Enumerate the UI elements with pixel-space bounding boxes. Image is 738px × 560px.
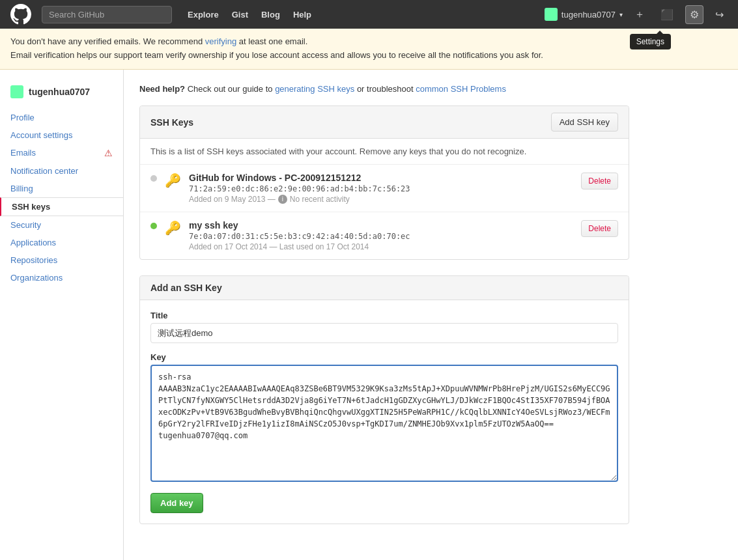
sidebar-nav: Profile Account settings Emails ⚠ Notifi… xyxy=(0,109,123,287)
warning-text-after: at least one email. xyxy=(236,36,307,46)
sidebar-item-applications: Applications xyxy=(0,234,123,251)
info-icon: i xyxy=(278,195,287,204)
avatar xyxy=(545,8,558,21)
ssh-keys-section: SSH Keys Add SSH key This is a list of S… xyxy=(139,105,629,260)
title-input[interactable] xyxy=(150,323,618,343)
nav-help[interactable]: Help xyxy=(293,10,311,20)
sidebar-item-notification-center: Notification center xyxy=(0,162,123,180)
settings-button[interactable]: ⚙ xyxy=(685,5,703,24)
settings-tooltip: Settings xyxy=(630,34,671,49)
key-details: my ssh key 7e:0a:07:d0:31:c5:5e:b3:c9:42… xyxy=(189,220,573,251)
header-right: tugenhua0707 ▾ ＋ ⬛ ⚙ Settings ↪ xyxy=(545,5,728,24)
sidebar-link-security[interactable]: Security xyxy=(0,216,123,234)
add-ssh-key-button[interactable]: Add SSH key xyxy=(551,113,618,132)
key-form-group: Key xyxy=(150,352,618,484)
key-icon: 🔑 xyxy=(165,173,181,188)
key-icon: 🔑 xyxy=(165,220,181,236)
help-text: Need help? Check out our guide to genera… xyxy=(139,83,629,96)
sidebar-item-emails: Emails ⚠ xyxy=(0,144,123,162)
key-name: my ssh key xyxy=(189,220,573,231)
sidebar-avatar xyxy=(10,85,23,98)
delete-key-button[interactable]: Delete xyxy=(581,220,618,237)
add-ssh-key-section: Add an SSH Key Title Key Add key xyxy=(139,275,629,524)
ssh-keys-description: This is a list of SSH keys associated wi… xyxy=(140,139,629,165)
nav-explore[interactable]: Explore xyxy=(188,10,219,20)
sidebar-link-notification-center[interactable]: Notification center xyxy=(0,162,123,180)
search-input[interactable] xyxy=(42,6,172,23)
header: Explore Gist Blog Help tugenhua0707 ▾ ＋ … xyxy=(0,0,738,29)
sidebar-link-repositories[interactable]: Repositories xyxy=(0,251,123,269)
sidebar-item-profile: Profile xyxy=(0,109,123,126)
plus-button[interactable]: ＋ xyxy=(631,5,649,24)
warning-sub-text: Email verification helps our support tea… xyxy=(10,50,543,60)
sidebar-link-billing[interactable]: Billing xyxy=(0,180,123,197)
sidebar: tugenhua0707 Profile Account settings Em… xyxy=(0,70,124,560)
key-fingerprint: 7e:0a:07:d0:31:c5:5e:b3:c9:42:a4:40:5d:a… xyxy=(189,232,573,241)
sidebar-link-profile[interactable]: Profile xyxy=(0,109,123,126)
warning-icon: ⚠ xyxy=(104,148,113,158)
ssh-keys-header-bar: SSH Keys Add SSH key xyxy=(140,106,629,139)
sidebar-item-ssh-keys: SSH keys xyxy=(0,197,123,216)
generating-ssh-keys-link[interactable]: generating SSH keys xyxy=(275,84,354,94)
ssh-key-item: 🔑 GitHub for Windows - PC-200912151212 7… xyxy=(140,165,629,212)
key-status-inactive xyxy=(150,175,157,182)
sidebar-link-ssh-keys[interactable]: SSH keys xyxy=(0,197,124,216)
ssh-key-list: 🔑 GitHub for Windows - PC-200912151212 7… xyxy=(140,165,629,259)
key-label: Key xyxy=(150,352,618,362)
sidebar-item-repositories: Repositories xyxy=(0,251,123,269)
delete-key-button[interactable]: Delete xyxy=(581,173,618,189)
sidebar-item-organizations: Organizations xyxy=(0,269,123,287)
nav-blog[interactable]: Blog xyxy=(261,10,280,20)
sidebar-user: tugenhua0707 xyxy=(0,83,123,109)
warning-banner: You don't have any verified emails. We r… xyxy=(0,29,738,70)
sidebar-link-emails[interactable]: Emails ⚠ xyxy=(0,144,123,162)
title-label: Title xyxy=(150,311,618,320)
key-fingerprint: 71:2a:59:e0:dc:86:e2:9e:00:96:ad:b4:bb:7… xyxy=(189,184,573,193)
key-textarea[interactable] xyxy=(150,365,618,482)
key-name: GitHub for Windows - PC-200912151212 xyxy=(189,173,573,183)
sidebar-link-organizations[interactable]: Organizations xyxy=(0,269,123,287)
warning-text-before: You don't have any verified emails. We r… xyxy=(10,36,205,46)
sidebar-username: tugenhua0707 xyxy=(29,87,90,97)
key-meta: Added on 17 Oct 2014 — Last used on 17 O… xyxy=(189,242,573,251)
header-user: tugenhua0707 ▾ xyxy=(545,8,623,21)
sidebar-item-account-settings: Account settings xyxy=(0,126,123,144)
add-ssh-key-body: Title Key Add key xyxy=(140,300,629,524)
common-ssh-problems-link[interactable]: common SSH Problems xyxy=(416,84,506,94)
key-status-active xyxy=(150,223,157,229)
chevron-down-icon: ▾ xyxy=(619,11,623,18)
github-logo[interactable] xyxy=(10,4,31,25)
verify-link[interactable]: verifying xyxy=(205,36,236,46)
add-key-submit-button[interactable]: Add key xyxy=(150,493,203,513)
title-form-group: Title xyxy=(150,311,618,343)
main-nav: Explore Gist Blog Help xyxy=(188,10,311,20)
sidebar-item-security: Security xyxy=(0,216,123,234)
sidebar-link-applications[interactable]: Applications xyxy=(0,234,123,251)
key-meta: Added on 9 May 2013 — i No recent activi… xyxy=(189,195,573,204)
nav-gist[interactable]: Gist xyxy=(232,10,248,20)
header-username: tugenhua0707 xyxy=(561,10,616,20)
add-ssh-key-header: Add an SSH Key xyxy=(140,276,629,300)
screen-icon[interactable]: ⬛ xyxy=(657,6,677,23)
sidebar-item-billing: Billing xyxy=(0,180,123,197)
main-content: Need help? Check out our guide to genera… xyxy=(124,70,645,560)
key-details: GitHub for Windows - PC-200912151212 71:… xyxy=(189,173,573,204)
sidebar-link-account-settings[interactable]: Account settings xyxy=(0,126,123,144)
ssh-keys-title: SSH Keys xyxy=(150,117,193,128)
ssh-key-item: 🔑 my ssh key 7e:0a:07:d0:31:c5:5e:b3:c9:… xyxy=(140,212,629,259)
signout-button[interactable]: ↪ xyxy=(711,6,728,23)
main-layout: tugenhua0707 Profile Account settings Em… xyxy=(0,70,738,560)
